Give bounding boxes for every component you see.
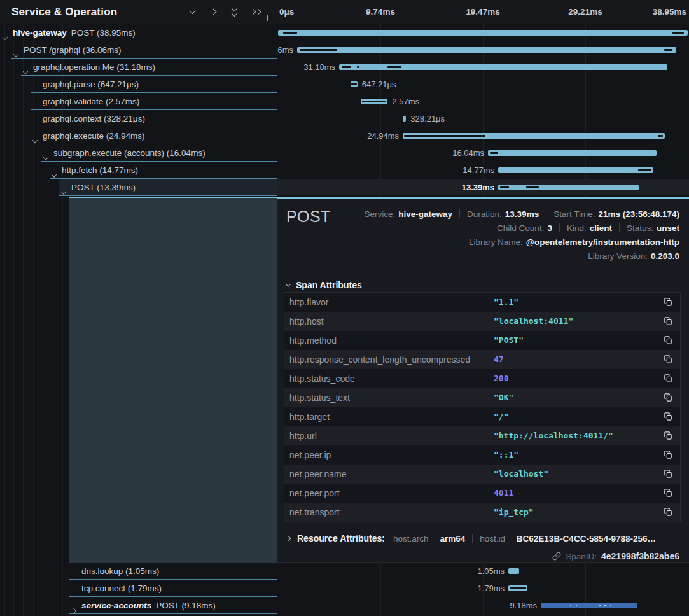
collapse-all-icon[interactable]: [229, 7, 239, 17]
tree-row[interactable]: hive-gatewayPOST (38.95ms): [0, 24, 277, 41]
tree-row-label: subgraph.execute (accounts) (16.04ms): [53, 144, 205, 162]
expand-one-icon[interactable]: [208, 7, 218, 17]
copy-icon[interactable]: [663, 507, 673, 517]
chevron-down-icon: [286, 281, 291, 286]
tree-row[interactable]: graphql.validate (2.57ms): [0, 93, 277, 110]
bar-child-mark: [351, 83, 357, 85]
link-icon[interactable]: [552, 552, 561, 561]
span-bar[interactable]: [508, 568, 519, 574]
span-bar[interactable]: [498, 167, 653, 173]
chevron-down-icon[interactable]: [62, 186, 66, 197]
copy-icon[interactable]: [663, 450, 673, 460]
tree-row[interactable]: graphql.execute (24.94ms): [0, 127, 277, 144]
attribute-key: net.peer.port: [289, 484, 340, 503]
span-attributes-toggle[interactable]: Span Attributes: [286, 280, 362, 290]
timeline-tick-label: 19.47ms: [466, 0, 499, 24]
bar-child-mark: [362, 101, 386, 102]
expand-all-icon[interactable]: [250, 7, 260, 17]
attribute-value: "ip_tcp": [494, 503, 534, 522]
meta-separator: [559, 223, 560, 232]
meta-value: @opentelemetry/instrumentation-http: [526, 237, 679, 247]
attribute-row: http.url"http://localhost:4011/": [284, 426, 680, 445]
attribute-row: http.target"/": [284, 407, 680, 426]
chevron-right-icon[interactable]: [72, 604, 76, 615]
bar-duration-label: 2.57ms: [392, 93, 419, 110]
copy-icon[interactable]: [663, 488, 673, 498]
attribute-row: http.response_content_length_uncompresse…: [284, 350, 680, 369]
copy-icon[interactable]: [663, 393, 673, 403]
attribute-row: net.peer.port4011: [284, 484, 680, 503]
bar-child-mark: [283, 32, 298, 34]
attribute-row: http.host"localhost:4011": [284, 312, 680, 331]
span-bar[interactable]: [508, 585, 527, 591]
attribute-key: http.url: [289, 426, 317, 445]
span-bar[interactable]: [403, 133, 665, 139]
bar-child-mark-light: [604, 605, 606, 606]
copy-icon[interactable]: [663, 374, 673, 384]
bar-child-mark-light: [599, 605, 601, 606]
meta-line: Library Name:@opentelemetry/instrumentat…: [364, 235, 679, 249]
timeline-tick-label: 38.95ms: [653, 0, 686, 24]
attribute-value: 47: [494, 350, 504, 369]
meta-label: Start Time:: [553, 209, 595, 219]
tree-row-label: graphql.validate (2.57ms): [43, 93, 139, 110]
tree-row[interactable]: dns.lookup (1.05ms): [0, 563, 277, 580]
tree-row[interactable]: POST (13.39ms): [0, 179, 277, 196]
span-bar[interactable]: [351, 81, 358, 87]
copy-icon[interactable]: [663, 412, 673, 422]
attribute-row: net.peer.ip"::1": [284, 445, 680, 465]
tree-row[interactable]: http.fetch (14.77ms): [0, 162, 277, 179]
tree-row[interactable]: service-accountsPOST (9.18ms): [0, 597, 277, 614]
span-bar[interactable]: [361, 99, 387, 104]
span-id-row: SpanID: 4e21998f3b82abe6: [552, 549, 679, 563]
meta-label: Service:: [364, 209, 395, 219]
meta-value: 0.203.0: [651, 251, 679, 261]
tree-row[interactable]: tcp.connect (1.79ms): [0, 580, 277, 597]
copy-icon[interactable]: [663, 469, 673, 479]
attribute-value: "1.1": [494, 293, 518, 312]
span-bar[interactable]: [498, 185, 639, 190]
service-name: service-accounts: [81, 601, 151, 610]
bar-child-mark-light: [610, 605, 611, 606]
meta-value: 21ms (23:56:48.174): [598, 209, 679, 219]
tree-row[interactable]: graphql.operation Me (31.18ms): [0, 59, 277, 76]
attribute-key: http.target: [289, 407, 330, 426]
tree-row[interactable]: graphql.parse (647.21μs): [0, 76, 277, 93]
span-bar[interactable]: [339, 64, 667, 70]
tree-row[interactable]: graphql.context (328.21μs): [0, 110, 277, 127]
meta-line: Child Count:3Kind:clientStatus:unset: [364, 221, 679, 235]
attribute-key: http.flavor: [289, 293, 328, 312]
splitter-drag-handle-icon[interactable]: [267, 15, 270, 21]
bar-child-mark: [404, 135, 485, 137]
copy-icon[interactable]: [663, 354, 673, 365]
meta-line: Library Version:0.203.0: [364, 249, 679, 263]
meta-label: Library Version:: [588, 251, 648, 261]
span-title: POST: [286, 207, 331, 226]
copy-icon[interactable]: [663, 297, 673, 307]
collapse-one-icon[interactable]: [187, 7, 197, 17]
attribute-key: http.method: [289, 331, 337, 350]
bar-duration-label: 36.06ms: [277, 41, 293, 59]
resource-attributes-row[interactable]: Resource Attributes:host.arch=arm64host.…: [286, 530, 679, 547]
attribute-key: http.status_text: [289, 388, 350, 407]
copy-icon[interactable]: [663, 431, 673, 441]
tree-row[interactable]: POST /graphql (36.06ms): [0, 41, 277, 59]
span-bar[interactable]: [297, 47, 676, 53]
resource-value: BC62E13B-C4CC-5854-9788-256…: [517, 534, 656, 543]
copy-icon[interactable]: [663, 316, 673, 326]
resource-value: arm64: [440, 534, 465, 543]
span-bar[interactable]: [278, 30, 688, 36]
span-id-value: 4e21998f3b82abe6: [601, 551, 679, 561]
timeline-tick-label: 0μs: [279, 0, 294, 24]
span-bar[interactable]: [403, 116, 406, 122]
tree-row-label: graphql.execute (24.94ms): [43, 127, 145, 144]
panel-splitter[interactable]: [277, 0, 277, 616]
meta-separator: [459, 209, 460, 218]
span-bar[interactable]: [541, 603, 637, 608]
tree-row[interactable]: subgraph.execute (accounts) (16.04ms): [0, 144, 277, 162]
copy-icon[interactable]: [663, 335, 673, 346]
service-name: hive-gateway: [13, 28, 67, 38]
bar-duration-label: 328.21μs: [410, 110, 445, 127]
span-bar[interactable]: [488, 150, 657, 156]
bar-child-mark: [490, 152, 498, 154]
